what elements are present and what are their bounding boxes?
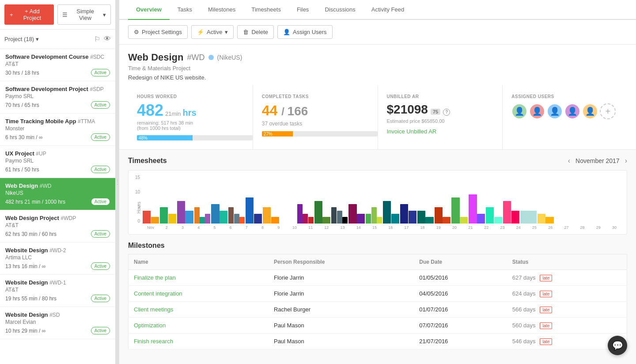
- x-label-1: 2: [159, 225, 174, 230]
- tab-overview[interactable]: Overview: [128, 0, 170, 20]
- bar-14-1: [391, 214, 399, 224]
- milestone-status-1: 624 days late: [507, 286, 627, 302]
- milestone-status-2: 566 days late: [507, 302, 627, 318]
- project-name-1: Software Development Project #SDP: [5, 86, 110, 92]
- assign-users-button[interactable]: 👤 Assign Users: [277, 25, 333, 39]
- milestone-status-3: 560 days late: [507, 318, 627, 334]
- tasks-progress-label: 27%: [264, 132, 273, 136]
- y-axis-label: Hours: [136, 202, 141, 214]
- bar-6-0: [246, 197, 254, 224]
- milestone-link-2[interactable]: Client meetings: [134, 306, 174, 313]
- milestone-link-3[interactable]: Optimization: [134, 322, 166, 329]
- bar-15-0: [400, 204, 408, 224]
- item-footer-3: 61 hrs / 50 hrs Active: [5, 166, 110, 173]
- invoice-link[interactable]: Invoice Unbilled AR: [387, 128, 503, 135]
- assigned-avatars: 👤 👤 👤 👤 👤 +: [511, 103, 627, 119]
- add-project-button[interactable]: + + Add Project: [4, 4, 54, 25]
- sidebar-item-1[interactable]: Software Development Project #SDP Paymo …: [0, 81, 115, 114]
- hours-worked-label: HOURS WORKED: [137, 94, 253, 99]
- avatar-1: 👤: [511, 103, 527, 119]
- project-count[interactable]: Project (18) ▾: [4, 36, 39, 42]
- x-label-11: 12: [318, 225, 334, 230]
- late-badge-2: late: [540, 307, 552, 313]
- project-name-7: Website Design #WD-1: [5, 279, 110, 286]
- chat-button[interactable]: 💬: [608, 336, 627, 355]
- add-avatar-button[interactable]: +: [600, 103, 616, 119]
- tab-timesheets[interactable]: Timesheets: [243, 0, 289, 20]
- tab-tasks[interactable]: Tasks: [170, 0, 200, 20]
- milestone-link-4[interactable]: Finish research: [134, 338, 173, 345]
- late-badge-0: late: [540, 275, 552, 281]
- milestone-link-1[interactable]: Content integration: [134, 290, 182, 297]
- sidebar-item-4[interactable]: Web Design #WD NikeUS 482 hrs 21 min / 1…: [0, 178, 115, 210]
- prev-month-button[interactable]: ‹: [568, 157, 570, 165]
- bar-group-1: [160, 207, 176, 224]
- bar-12-0: [348, 204, 356, 224]
- bar-group-18: [451, 197, 468, 224]
- project-name-5: Web Design Project #WDP: [5, 215, 110, 221]
- plus-icon: +: [10, 11, 13, 18]
- bar-group-23: [538, 214, 554, 224]
- status-badge-0: Active: [91, 69, 110, 76]
- tab-milestones[interactable]: Milestones: [200, 0, 243, 20]
- x-label-0: Nov: [143, 225, 159, 230]
- bar-group-19: [469, 194, 485, 224]
- sidebar-item-3[interactable]: UX Project #UP Paymo SRL 61 hrs / 50 hrs…: [0, 146, 115, 178]
- project-hours-7: 19 hrs 55 min / 80 hrs: [5, 296, 57, 302]
- sidebar-item-5[interactable]: Web Design Project #WDP AT&T 62 hrs 30 m…: [0, 210, 115, 243]
- x-label-4: 5: [207, 225, 223, 230]
- status-button[interactable]: ⚡ Active ▾: [191, 25, 234, 39]
- x-label-8: 9: [271, 225, 287, 230]
- tab-discussions[interactable]: Discussions: [317, 0, 363, 20]
- x-label-15: 16: [382, 225, 398, 230]
- milestone-link-0[interactable]: Finalize the plan: [134, 274, 176, 281]
- delete-label: Delete: [251, 29, 268, 35]
- filter-icon[interactable]: ⚐: [94, 35, 100, 43]
- tab-activity-feed[interactable]: Activity Feed: [363, 0, 412, 20]
- bar-9-1: [303, 214, 308, 224]
- milestones-header-row: NamePerson ResponsibleDue DateStatus: [129, 254, 627, 270]
- status-badge-7: Active: [91, 295, 110, 302]
- project-name-8: Website Design #SD: [5, 311, 110, 318]
- header-icons: ⚐ 👁: [94, 35, 111, 43]
- help-icon[interactable]: ?: [443, 109, 450, 116]
- next-month-button[interactable]: ›: [625, 157, 627, 165]
- bar-group-22: [520, 211, 537, 224]
- x-label-25: 26: [542, 225, 558, 230]
- item-footer-4: 482 hrs 21 min / 1000 hrs Active: [5, 198, 110, 205]
- chevron-down-icon: ▾: [103, 11, 106, 18]
- project-company-2: Monster: [5, 125, 110, 132]
- project-code-3: #UP: [36, 151, 46, 157]
- bar-11-1: [337, 211, 342, 224]
- stats-row: HOURS WORKED 482 21min hrs remaining: 51…: [119, 85, 636, 150]
- resize-handle[interactable]: ⋮: [116, 0, 119, 364]
- eye-icon[interactable]: 👁: [104, 35, 111, 43]
- sidebar-item-7[interactable]: Website Design #WD-1 AT&T 19 hrs 55 min …: [0, 275, 115, 307]
- milestone-status-0: 627 days late: [507, 270, 627, 286]
- bar-19-1: [477, 214, 485, 224]
- sidebar-item-8[interactable]: Website Design #SD Marcel Evian 10 hrs 2…: [0, 307, 115, 339]
- x-label-2: 3: [174, 225, 190, 230]
- sidebar-item-2[interactable]: Time Tracking Mobile App #TTMA Monster 6…: [0, 114, 115, 146]
- bar-group-10: [314, 201, 331, 224]
- tab-files[interactable]: Files: [289, 0, 317, 20]
- hours-worked-stat: HOURS WORKED 482 21min hrs remaining: 51…: [128, 85, 253, 149]
- x-label-3: 4: [191, 225, 207, 230]
- bar-group-4: [211, 204, 227, 224]
- delete-button[interactable]: 🗑 Delete: [237, 25, 274, 39]
- project-settings-button[interactable]: ⚙ Project Settings: [128, 25, 188, 39]
- hours-progress-bar: 48%: [137, 135, 253, 140]
- sidebar-item-6[interactable]: Website Design #WD-2 Artima LLC 13 hrs 1…: [0, 243, 115, 275]
- sidebar-header: Project (18) ▾ ⚐ 👁: [0, 30, 115, 49]
- simple-view-button[interactable]: ☰ Simple View ▾: [57, 4, 111, 25]
- status-badge-1: Active: [91, 101, 110, 109]
- bar-17-1: [443, 217, 450, 224]
- sidebar-item-0[interactable]: Software Development Course #SDC AT&T 30…: [0, 49, 115, 81]
- bar-7-0: [263, 207, 271, 224]
- unbilled-badge: 75: [431, 109, 440, 115]
- x-label-24: 25: [526, 225, 542, 230]
- bar-group-21: [503, 201, 519, 224]
- timesheets-header: Timesheets ‹ November 2017 ›: [128, 157, 627, 165]
- project-name-4: Web Design #WD: [5, 182, 110, 189]
- project-hours-8: 10 hrs 29 min / ∞: [5, 328, 45, 334]
